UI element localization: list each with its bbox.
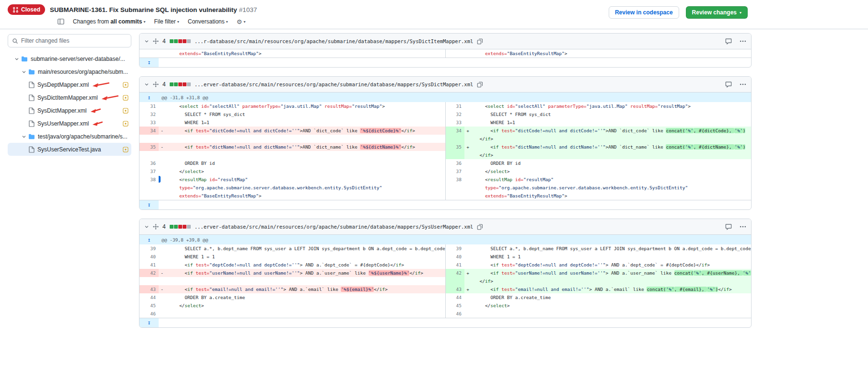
copy-path-icon[interactable] [477, 224, 483, 230]
file-path[interactable]: ...erver-database/src/main/resources/org… [195, 81, 474, 87]
line-number[interactable]: 43 [445, 285, 464, 293]
diff-marker [464, 159, 471, 167]
file-path[interactable]: ...r-database/src/main/resources/org/apa… [195, 38, 474, 44]
line-number[interactable]: 35 [445, 143, 464, 151]
diff-marker [159, 244, 165, 253]
chevron-down-icon [22, 134, 26, 139]
diff-marker [159, 102, 165, 110]
comment-icon[interactable] [725, 81, 732, 88]
comment-icon[interactable] [725, 223, 732, 230]
line-number[interactable]: 39 [139, 244, 159, 253]
tree-item-label: SysDictItemMapper.xml [37, 94, 98, 101]
line-number[interactable]: 46 [139, 310, 159, 318]
diff-list: 4...r-database/src/main/resources/org/ap… [139, 29, 752, 336]
line-number[interactable]: 41 [139, 261, 159, 269]
line-number[interactable]: 31 [139, 102, 159, 110]
diff-row: 31 <select id="selectAll" parameterType=… [139, 102, 751, 110]
diffstat-block [187, 225, 191, 229]
copy-path-icon[interactable] [477, 38, 483, 45]
code-line: extends="BaseEntityResultMap"> [165, 192, 445, 200]
line-number[interactable]: 39 [445, 244, 464, 253]
diff-marker: - [159, 143, 165, 151]
file-path[interactable]: ...erver-database/src/main/resources/org… [195, 224, 474, 230]
line-number[interactable]: 40 [139, 253, 159, 261]
line-number[interactable]: 46 [445, 310, 464, 318]
red-arrow-annotation [92, 81, 110, 88]
line-number[interactable]: 32 [445, 110, 464, 118]
expand-down-button[interactable]: ↧ [139, 200, 159, 209]
diff-marker [464, 244, 471, 253]
file-tree-toggle-button[interactable] [58, 18, 64, 25]
review-in-codespace-button[interactable]: Review in codespace [609, 6, 679, 19]
changes-from-menu[interactable]: Changes fromall commits▾ [73, 18, 145, 25]
line-number[interactable]: 34 [139, 127, 159, 135]
drag-handle-icon[interactable] [153, 81, 159, 87]
diff-marker [464, 261, 471, 269]
line-number[interactable]: 35 [139, 143, 159, 151]
expand-down-button[interactable]: ↧ [139, 318, 159, 327]
line-number[interactable]: 42 [139, 269, 159, 277]
line-number[interactable]: 33 [139, 118, 159, 127]
line-number[interactable]: 32 [139, 110, 159, 118]
conversations-menu[interactable]: Conversations▾ [188, 18, 228, 25]
line-number[interactable]: 33 [445, 118, 464, 127]
line-number[interactable]: 45 [139, 301, 159, 310]
line-number[interactable]: 36 [139, 159, 159, 167]
code-line: </select> [165, 167, 445, 175]
copy-path-icon[interactable] [477, 81, 483, 88]
line-number[interactable]: 38 [445, 175, 464, 184]
expand-up-button[interactable]: ↥ [139, 236, 159, 244]
tree-folder-row[interactable]: submarine-server/server-database/... [8, 52, 131, 65]
pr-title: SUBMARINE-1361. Fix Submarine SQL inject… [50, 6, 257, 13]
line-number[interactable]: 36 [445, 159, 464, 167]
kebab-menu-icon[interactable] [740, 83, 746, 85]
line-number[interactable]: 38 [139, 175, 159, 184]
line-number[interactable]: 43 [139, 285, 159, 293]
review-changes-button[interactable]: Review changes▾ [686, 6, 748, 19]
file-diff-card: 4...erver-database/src/main/resources/or… [139, 76, 752, 210]
drag-handle-icon[interactable] [153, 224, 159, 230]
tree-file-row[interactable]: SysUserServiceTest.java [8, 143, 131, 156]
diff-settings-menu[interactable]: ⚙▾ [237, 19, 246, 25]
hunk-range: @@ -31,8 +31,8 @@ [159, 93, 208, 102]
line-number [139, 135, 159, 143]
tree-file-row[interactable]: SysDictMapper.xml [8, 104, 131, 117]
line-number[interactable]: 40 [445, 253, 464, 261]
file-collapse-chevron[interactable] [144, 82, 149, 87]
drag-handle-icon[interactable] [153, 38, 159, 44]
tree-file-row[interactable]: SysDictItemMapper.xml [8, 91, 131, 104]
line-number[interactable]: 44 [445, 293, 464, 301]
line-number[interactable]: 45 [445, 301, 464, 310]
line-number[interactable]: 31 [445, 102, 464, 110]
line-number[interactable]: 34 [445, 127, 464, 135]
tree-file-row[interactable]: SysUserMapper.xml [8, 117, 131, 130]
kebab-menu-icon[interactable] [740, 226, 746, 228]
code-line: <resultMap id="resultMap" [165, 175, 445, 184]
tree-file-row[interactable]: SysDeptMapper.xml [8, 78, 131, 91]
line-number[interactable]: 41 [445, 261, 464, 269]
diff-marker: - [159, 269, 165, 277]
file-collapse-chevron[interactable] [144, 39, 149, 44]
diff-marker [159, 110, 165, 118]
add-comment-button[interactable]: + [159, 176, 161, 183]
diff-row: 41 <if test="deptCode!=null and deptCode… [139, 261, 751, 269]
tree-folder-row[interactable]: test/java/org/apache/submarine/s... [8, 130, 131, 143]
expand-up-button[interactable]: ↥ [139, 93, 159, 102]
diff-marker [464, 175, 471, 184]
file-collapse-chevron[interactable] [144, 224, 149, 229]
line-number[interactable]: 37 [445, 167, 464, 175]
comment-icon[interactable] [725, 38, 732, 45]
code-line: extends="BaseEntityResultMap"> [165, 49, 445, 58]
red-arrow-annotation [90, 107, 102, 114]
red-arrow-annotation [101, 94, 119, 101]
filter-changed-files-input[interactable] [21, 37, 127, 44]
expand-down-button[interactable]: ↧ [139, 58, 159, 67]
kebab-menu-icon[interactable] [740, 40, 746, 42]
line-number[interactable]: 44 [139, 293, 159, 301]
file-tree: submarine-server/server-database/...main… [8, 52, 131, 156]
line-number[interactable]: 37 [139, 167, 159, 175]
file-filter-menu[interactable]: File filter▾ [154, 18, 179, 25]
line-number[interactable]: 42 [445, 269, 464, 277]
tree-folder-row[interactable]: main/resources/org/apache/subm... [8, 65, 131, 78]
hunk-range: @@ -39,8 +39,8 @@ [159, 236, 208, 244]
